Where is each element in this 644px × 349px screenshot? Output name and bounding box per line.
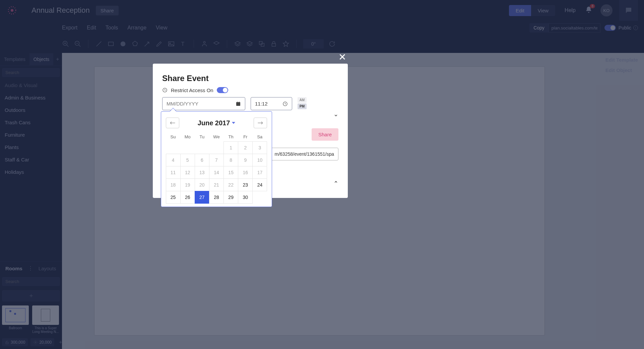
day-empty [195, 141, 209, 154]
day-header: Mo [180, 132, 195, 141]
day-cell[interactable]: 8 [223, 154, 238, 166]
restrict-label: Restrict Access On [171, 87, 213, 93]
share-submit-button[interactable]: Share [312, 128, 338, 141]
chevron-up-icon[interactable]: ⌃ [333, 180, 338, 187]
date-field[interactable] [167, 101, 227, 107]
day-header: Tu [195, 132, 209, 141]
day-cell[interactable]: 18 [166, 179, 181, 191]
day-cell[interactable]: 11 [166, 166, 181, 179]
caret-down-icon [232, 122, 235, 124]
day-cell[interactable]: 13 [195, 166, 209, 179]
month-year-select[interactable]: June 2017 [198, 119, 236, 127]
pm-button[interactable]: PM [298, 103, 307, 109]
day-cell[interactable]: 9 [238, 154, 253, 166]
day-cell[interactable]: 2 [238, 141, 253, 154]
day-cell[interactable]: 14 [209, 166, 224, 179]
day-cell[interactable]: 30 [238, 191, 253, 204]
day-cell[interactable]: 22 [223, 179, 238, 191]
clock-icon [282, 101, 288, 107]
day-header: Th [224, 132, 238, 141]
day-empty [252, 191, 267, 204]
day-cell[interactable]: 10 [252, 154, 267, 166]
date-input[interactable] [162, 97, 245, 110]
next-month-button[interactable] [254, 118, 267, 128]
day-cell[interactable]: 15 [223, 166, 238, 179]
calendar-grid: SuMoTuWeThFrSa12345678910111213141516171… [166, 132, 267, 203]
day-cell[interactable]: 25 [166, 191, 181, 204]
time-value: 11:12 [255, 101, 268, 107]
am-button[interactable]: AM [298, 97, 307, 103]
datepicker-popover: June 2017 SuMoTuWeThFrSa1234567891011121… [161, 111, 272, 207]
restrict-toggle[interactable] [217, 87, 228, 93]
day-header: Sa [253, 132, 267, 141]
day-cell[interactable]: 27 [195, 191, 209, 204]
day-cell[interactable]: 4 [166, 154, 181, 166]
day-cell[interactable]: 17 [252, 166, 267, 179]
day-empty [166, 141, 181, 154]
time-input[interactable]: 11:12 [251, 97, 292, 110]
day-cell[interactable]: 5 [180, 154, 195, 166]
day-cell[interactable]: 19 [180, 179, 195, 191]
day-cell[interactable]: 20 [195, 179, 209, 191]
day-cell[interactable]: 28 [209, 191, 224, 204]
day-cell[interactable]: 12 [180, 166, 195, 179]
clock-icon [162, 87, 168, 93]
day-header: We [209, 132, 223, 141]
day-empty [209, 141, 224, 154]
day-cell[interactable]: 6 [195, 154, 209, 166]
day-cell[interactable]: 26 [180, 191, 195, 204]
calendar-icon[interactable] [236, 101, 241, 107]
day-cell[interactable]: 23 [238, 179, 253, 191]
day-header: Fr [238, 132, 253, 141]
day-cell[interactable]: 21 [209, 179, 224, 191]
datetime-row: 11:12 AM PM [162, 97, 338, 110]
day-empty [180, 141, 195, 154]
prev-month-button[interactable] [166, 118, 179, 128]
day-cell[interactable]: 24 [252, 179, 267, 191]
day-cell[interactable]: 29 [223, 191, 238, 204]
restrict-access-row: Restrict Access On [162, 87, 338, 93]
day-cell[interactable]: 7 [209, 154, 224, 166]
ampm-group: AM PM [298, 97, 307, 109]
share-link-box[interactable]: m/63258/event/1361551/spa [270, 148, 338, 160]
svg-rect-30 [236, 102, 240, 103]
day-header: Su [166, 132, 180, 141]
day-cell[interactable]: 3 [252, 141, 267, 154]
day-cell[interactable]: 1 [223, 141, 238, 154]
day-cell[interactable]: 16 [238, 166, 253, 179]
close-modal-button[interactable]: ✕ [338, 52, 346, 63]
chevron-down-icon[interactable]: ⌄ [333, 111, 338, 118]
modal-title: Share Event [162, 74, 338, 83]
